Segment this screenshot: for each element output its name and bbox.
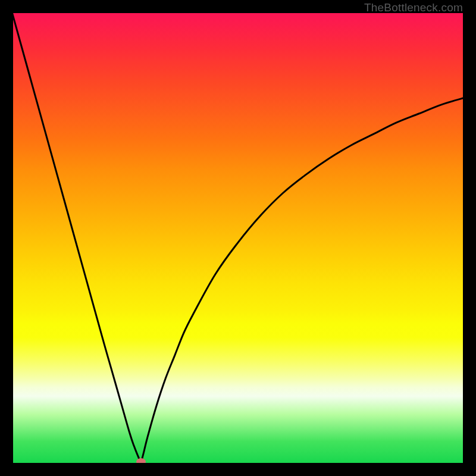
chart-plot-area (12, 12, 464, 464)
watermark-text: TheBottleneck.com (364, 1, 463, 14)
minimum-marker (136, 458, 146, 464)
curve-svg (12, 12, 464, 464)
bottleneck-curve-path (12, 12, 464, 462)
